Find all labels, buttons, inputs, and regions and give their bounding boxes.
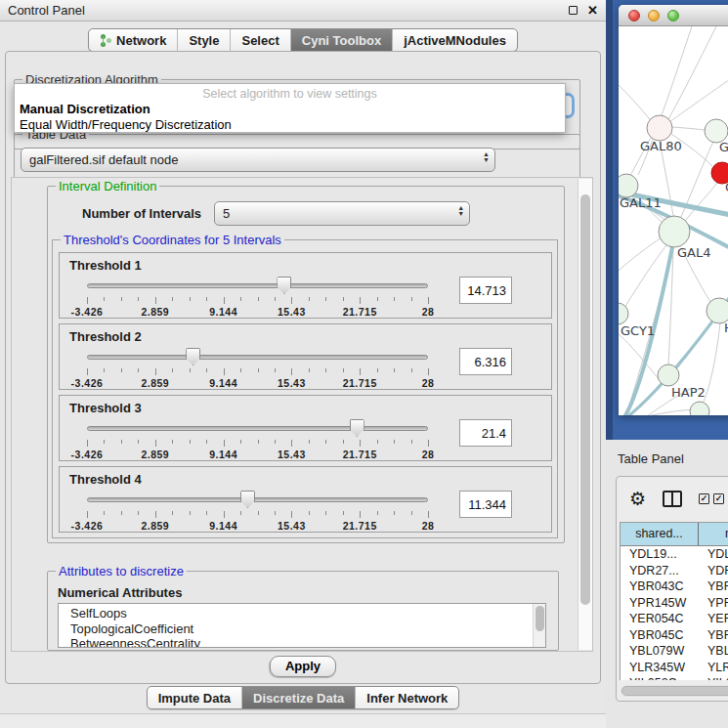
attribute-item[interactable]: TopologicalCoefficient xyxy=(70,621,545,637)
zoom-button[interactable] xyxy=(667,10,679,21)
network-node[interactable] xyxy=(690,402,709,415)
tick-mark xyxy=(87,297,88,304)
tick-mark xyxy=(343,368,344,372)
slider-track[interactable] xyxy=(87,283,428,288)
slider-handle[interactable] xyxy=(350,419,364,437)
tick-label: 9.144 xyxy=(209,520,237,532)
table-row[interactable]: YDL19...YDL1 xyxy=(621,546,728,563)
algorithm-option[interactable]: Equal Width/Frequency Discretization xyxy=(15,116,565,132)
vertical-scrollbar-thumb[interactable] xyxy=(580,194,590,605)
table-row[interactable]: YER054CYER0 xyxy=(621,611,728,627)
threshold-slider[interactable]: -3.4262.8599.14415.4321.71528 xyxy=(87,491,428,532)
tick-label: 28 xyxy=(422,449,435,460)
column-header-name[interactable]: n xyxy=(699,523,728,545)
tick-label: 2.859 xyxy=(141,449,169,460)
tab-discretize-data[interactable]: Discretize Data xyxy=(241,687,355,708)
network-node[interactable] xyxy=(647,115,672,141)
attribute-item[interactable]: BetweennessCentrality xyxy=(70,636,545,648)
tick-mark xyxy=(224,297,225,304)
network-node[interactable] xyxy=(659,216,690,247)
threshold-value-field[interactable] xyxy=(459,277,512,304)
tick-mark xyxy=(258,511,259,515)
column-header-shared-name[interactable]: shared... xyxy=(621,523,699,545)
tab-cyni-toolbox[interactable]: Cyni Toolbox xyxy=(290,29,392,51)
table-row[interactable]: YBL079WYBL0 xyxy=(621,643,728,660)
tick-mark xyxy=(224,440,225,447)
top-tab-bar: NetworkStyleSelectCyni ToolboxjActiveMNo… xyxy=(0,28,606,52)
slider-track[interactable] xyxy=(87,497,428,502)
table-panel-title: Table Panel xyxy=(618,451,684,466)
tab-label: Discretize Data xyxy=(253,691,344,706)
slider-tick-labels: -3.4262.8599.14415.4321.71528 xyxy=(87,306,428,318)
network-node[interactable] xyxy=(619,174,638,197)
attributes-scrollbar[interactable] xyxy=(533,604,545,647)
table-row[interactable]: YLR345WYLR3 xyxy=(621,660,728,676)
gear-icon[interactable]: ⚙ xyxy=(629,490,646,508)
tick-mark xyxy=(121,511,122,515)
tick-mark xyxy=(309,297,310,301)
checkbox-icon[interactable]: ✓ xyxy=(699,493,709,504)
table-row[interactable]: YBR043CYBR0 xyxy=(621,578,728,595)
slider-track[interactable] xyxy=(87,426,428,431)
checkbox-icon[interactable]: ✓ xyxy=(713,493,724,504)
tick-mark xyxy=(240,511,241,515)
slider-handle[interactable] xyxy=(240,491,255,508)
tab-select[interactable]: Select xyxy=(230,29,289,51)
tab-network[interactable]: Network xyxy=(89,29,177,51)
slider-handle[interactable] xyxy=(277,277,291,294)
threshold-slider[interactable]: -3.4262.8599.14415.4321.71528 xyxy=(87,277,428,318)
threshold-value-field[interactable] xyxy=(459,419,512,447)
tab-style[interactable]: Style xyxy=(177,29,230,51)
table-data-combo[interactable]: galFiltered.sif default node ▲▼ xyxy=(21,148,495,172)
interval-definition-legend: Interval Definition xyxy=(56,179,159,193)
network-node-label: HAP2 xyxy=(671,385,706,400)
tab-impute-data[interactable]: Impute Data xyxy=(148,687,241,708)
split-columns-icon[interactable] xyxy=(663,491,682,507)
threshold-value-field[interactable] xyxy=(459,348,512,375)
tick-mark xyxy=(206,440,207,444)
tick-mark xyxy=(190,440,191,444)
tick-mark xyxy=(190,511,191,515)
settings-scroll-area: Interval Definition Number of Intervals … xyxy=(11,177,593,652)
bottom-tab-bar: Impute DataDiscretize DataInfer Network xyxy=(0,686,606,709)
attributes-legend: Attributes to discretize xyxy=(56,564,187,578)
float-panel-icon[interactable] xyxy=(569,6,578,15)
network-node[interactable] xyxy=(619,303,628,324)
tab-label: Cyni Toolbox xyxy=(302,33,381,48)
threshold-slider[interactable]: -3.4262.8599.14415.4321.71528 xyxy=(87,419,428,460)
apply-button[interactable]: Apply xyxy=(270,656,336,677)
slider-track[interactable] xyxy=(87,355,428,360)
slider-handle[interactable] xyxy=(186,348,200,365)
network-view-region: GAL80G.CGAL11GAL4GCY1HHAP2 xyxy=(606,0,728,440)
horizontal-scrollbar-thumb[interactable] xyxy=(621,686,728,696)
tick-mark xyxy=(360,297,361,304)
tick-mark xyxy=(377,440,378,444)
threshold-value-field[interactable] xyxy=(459,491,512,518)
tick-mark xyxy=(138,297,139,301)
threshold-label: Threshold 1 xyxy=(69,258,142,273)
number-of-intervals-combo[interactable]: 5 ▲▼ xyxy=(214,201,470,226)
tick-mark xyxy=(309,511,310,515)
tab-infer-network[interactable]: Infer Network xyxy=(355,687,458,708)
node-table: shared... n YDL19...YDL1YDR27...YDR2YBR0… xyxy=(620,522,728,680)
table-row[interactable]: YBR045CYBR0 xyxy=(621,627,728,644)
network-canvas[interactable]: GAL80G.CGAL11GAL4GCY1HHAP2 xyxy=(619,26,728,415)
network-node[interactable] xyxy=(658,364,679,386)
table-row[interactable]: YPR145WYPR1 xyxy=(621,595,728,612)
minimize-button[interactable] xyxy=(648,10,660,21)
close-button[interactable] xyxy=(628,10,640,21)
attributes-scrollbar-thumb[interactable] xyxy=(535,606,544,631)
attribute-item[interactable]: SelfLoops xyxy=(70,606,545,621)
tick-mark xyxy=(258,368,259,372)
tick-mark xyxy=(172,511,173,515)
tick-mark xyxy=(206,511,207,515)
algorithm-option[interactable]: Manual Discretization xyxy=(15,101,565,116)
threshold-4-box: Threshold 4 -3.4262.8599.14415.4321.7152… xyxy=(59,466,552,533)
threshold-slider[interactable]: -3.4262.8599.14415.4321.71528 xyxy=(87,348,428,389)
horizontal-scrollbar[interactable] xyxy=(621,685,728,697)
table-row[interactable]: YIL052CYIL0 xyxy=(621,675,728,680)
table-row[interactable]: YDR27...YDR2 xyxy=(621,563,728,579)
close-panel-icon[interactable]: ✕ xyxy=(587,3,598,18)
vertical-scrollbar[interactable] xyxy=(578,179,592,650)
tab-jactivemnodules[interactable]: jActiveMNodules xyxy=(392,29,517,51)
